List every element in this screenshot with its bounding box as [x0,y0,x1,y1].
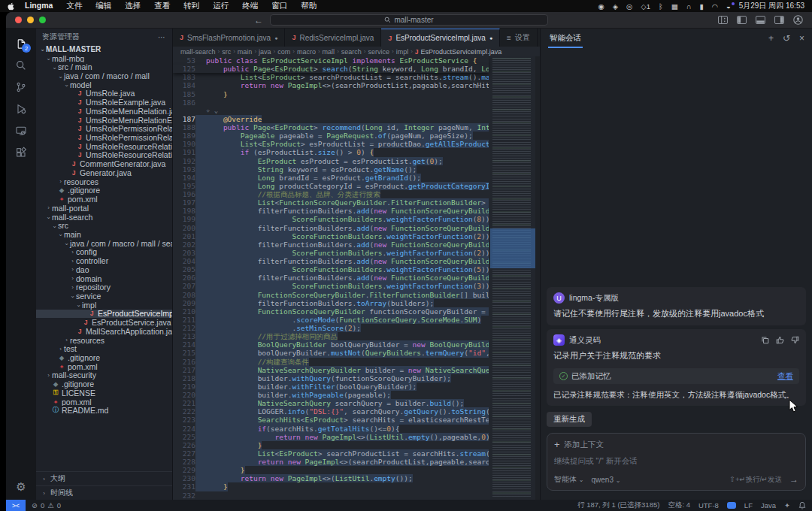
code-line[interactable]: 216 //构建查询条件 [173,358,489,366]
regenerate-button[interactable]: 重新生成 [547,412,592,427]
tree-folder[interactable]: ›resources [36,336,172,345]
chat-input-placeholder[interactable]: 继续提问或 "/" 新开会话 [554,456,798,467]
code-line[interactable]: 231 } [173,482,489,491]
editor-tab--[interactable]: ≡设置 [500,29,538,47]
tree-file[interactable]: JMallSearchApplication.java [36,327,172,336]
tree-folder[interactable]: ⌄model [36,80,172,89]
code-line[interactable]: 232 [173,491,489,500]
menu-item-5[interactable]: 转到 [183,1,199,11]
breadcrumb-item[interactable]: mall-search [180,48,216,56]
code-line[interactable]: 221 NativeSearchQuery searchQuery = buil… [173,399,489,407]
warnings-count[interactable]: 0 [57,501,61,509]
tree-file[interactable]: JUmsRoleExample.java [36,98,172,107]
shield-icon[interactable]: ◈ [613,2,618,11]
eol[interactable]: LF [744,501,753,509]
menu-item-6[interactable]: 运行 [213,1,229,11]
apple-icon[interactable] [8,2,14,11]
code-line[interactable]: 189 Pageable pageable = PageRequest.of(p… [173,132,489,140]
thumbs-down-icon[interactable] [791,336,799,344]
code-line[interactable]: 192 EsProduct esProduct = esProductList.… [173,157,489,165]
breadcrumb-item[interactable]: com [277,48,290,56]
tree-file[interactable]: ⓘREADME.md [36,406,172,415]
sticky-code-line[interactable]: 125 public Page<EsProduct> search(String… [173,65,489,73]
chat-input-box[interactable]: + 添加上下文 继续提问或 "/" 新开会话 智能体 ⌄ qwen3 ⌄ ⇧+↵… [547,433,806,491]
tree-file[interactable]: JUmsRoleResourceRelation.java [36,142,172,151]
tree-folder[interactable]: ⌄main [36,230,172,239]
code-line[interactable]: 194 Long brandId = esProduct.getBrandId(… [173,174,489,182]
code-line[interactable]: 210 FunctionScoreQueryBuilder functionSc… [173,307,489,316]
warnings-icon[interactable]: ⚠ [47,501,54,509]
code-line[interactable]: 208 FunctionScoreQueryBuilder.FilterFunc… [173,291,489,299]
tree-file[interactable]: ✦pom.xml [36,195,172,204]
tree-file[interactable]: ◆.gitignore [36,379,172,389]
minimize-window-button[interactable] [27,17,34,23]
code-editor[interactable]: 53public class EsProductServiceImpl impl… [173,56,540,500]
code-line[interactable]: 204 filterFunctionBuilders.add(new Funct… [173,257,489,265]
activitybar-remote-explorer[interactable] [11,120,32,141]
tree-file[interactable]: JUmsRoleResourceRelationExample.j... [36,151,172,160]
code-line[interactable]: 193 String keyword = esProduct.getName()… [173,165,489,174]
tree-folder[interactable]: ⌄impl [36,301,172,310]
code-line[interactable]: 214 BoolQueryBuilder boolQueryBuilder = … [173,340,489,349]
tree-folder[interactable]: ›dao [36,265,172,274]
code-line[interactable]: 198 filterFunctionBuilders.add(new Funct… [173,207,489,215]
account-icon[interactable] [793,15,803,25]
menu-item-9[interactable]: 帮助 [301,1,317,11]
code-line[interactable]: 207 ScoreFunctionBuilders.weightFactorFu… [173,282,489,290]
tree-file[interactable]: JEsProductServiceImpl.java [36,310,172,319]
code-line[interactable]: 195 Long productCategoryId = esProduct.g… [173,182,489,190]
code-line[interactable]: 217 NativeSearchQueryBuilder builder = n… [173,366,489,374]
activitybar-source-control[interactable] [11,77,32,98]
bluetooth-icon[interactable]: ᛒ [659,2,663,11]
code-line[interactable]: 222 LOGGER.info("DSL:{}", searchQuery.ge… [173,407,489,416]
tree-file[interactable]: ◆.gitignore [36,186,172,195]
sticky-code-line[interactable]: 53public class EsProductServiceImpl impl… [173,56,489,65]
remote-indicator[interactable]: >< [6,500,26,511]
code-line[interactable]: 225 return new PageImpl<>(ListUtil.empty… [173,433,489,441]
tree-folder[interactable]: ›controller [36,256,172,265]
wifi-icon[interactable]: ◠ [712,2,718,11]
user-switch-icon[interactable]: ◒ [726,2,731,11]
code-line[interactable]: 220 builder.withPageable(pageable); [173,391,489,399]
code-line[interactable]: 228 return new PageImpl<>(searchProductL… [173,458,489,466]
code-line[interactable]: 187 @Override [173,115,489,123]
code-line[interactable]: 203 ScoreFunctionBuilders.weightFactorFu… [173,249,489,257]
command-center-search[interactable]: mall-master [270,14,548,26]
tree-folder[interactable]: ›config [36,248,172,257]
view-memory-link[interactable]: 查看 [777,371,793,382]
menu-item-2[interactable]: 编辑 [95,1,111,11]
notifications-bell-icon[interactable] [798,501,806,509]
menu-item-8[interactable]: 窗口 [271,1,287,11]
tree-folder[interactable]: ›domain [36,274,172,283]
editor-scrollbar[interactable] [535,56,540,500]
chat-tab-smart-session[interactable]: 智能会话 [548,29,583,48]
code-line[interactable]: 184 return new PageImpl<>(searchProductL… [173,81,489,89]
menu-item-1[interactable]: 文件 [66,1,82,11]
close-chat-icon[interactable]: × [799,33,804,44]
explorer-more-actions-icon[interactable]: ⋯ [158,33,166,41]
tree-file[interactable]: ✦pom.xml [36,398,172,407]
code-line[interactable]: 202 filterFunctionBuilders.add(new Funct… [173,240,489,249]
add-context-button[interactable]: + 添加上下文 [554,439,798,450]
tree-file[interactable]: JUmsRoleMenuRelation.java [36,107,172,116]
breadcrumb-item[interactable]: search [341,48,362,56]
record-icon[interactable]: ◉ [598,2,604,11]
toggle-secondary-sidebar-icon[interactable] [774,16,784,24]
breadcrumb[interactable]: mall-search›src›main›java›com›macro›mall… [173,47,540,56]
inline-ai-action-icon[interactable]: ✧ ⌄ [195,107,218,115]
encoding[interactable]: UTF-8 [698,501,719,509]
battery-icon[interactable]: ▮ [699,2,703,11]
breadcrumb-item[interactable]: EsProductServiceImpl.java [421,48,502,56]
activitybar-search[interactable] [11,55,32,76]
code-line[interactable]: 206 filterFunctionBuilders.add(new Funct… [173,274,489,282]
code-line[interactable]: 227 List<EsProduct> searchProductList = … [173,449,489,458]
menu-item-3[interactable]: 选择 [125,1,141,11]
code-line[interactable]: 213 //用于过滤掉相同的商品 [173,332,489,340]
tree-folder[interactable]: ⌄mall-mbg [36,54,172,63]
tree-file[interactable]: JUmsRolePermissionRelationExample... [36,133,172,142]
model-selector[interactable]: qwen3 ⌄ [591,476,620,484]
tag-icon[interactable]: ◇1 [641,2,650,11]
code-line[interactable]: 226 } [173,441,489,449]
send-button-icon[interactable]: → [789,474,798,485]
editor-tab-smsflashpromotion-java[interactable]: JSmsFlashPromotion.java● [173,29,285,47]
